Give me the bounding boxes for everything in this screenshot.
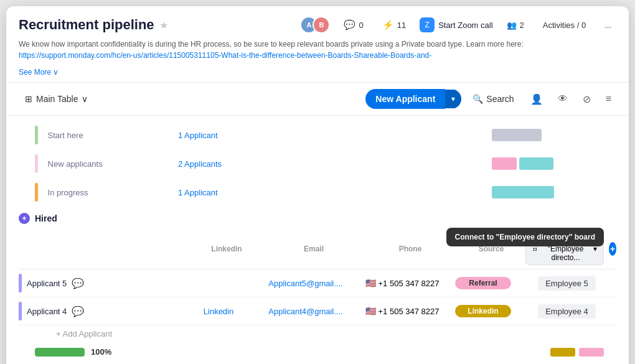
- more-button[interactable]: ...: [600, 18, 616, 32]
- flag-icon: 🇺🇸: [365, 278, 376, 288]
- applicant5-name: Applicant 5: [27, 279, 67, 288]
- col-header-email: Email: [264, 245, 364, 253]
- summary-row-in-progress: In progress 1 Applicant: [6, 179, 629, 205]
- applicant4-email: Applicant4@gmail....: [256, 307, 355, 316]
- progress-row-hired: 100%: [6, 342, 629, 362]
- table-row: Applicant 5 💬 Applicant5@gmail.... 🇺🇸 +1…: [19, 269, 616, 297]
- col-header-source: Source: [457, 245, 525, 253]
- summary-row-start-here: Start here 1 Applicant: [6, 122, 629, 148]
- summary-row-new-applicants: New applicants 2 Applicants: [6, 151, 629, 177]
- activity-icon: ⚡: [382, 19, 394, 30]
- applicant5-email: Applicant5@gmail....: [256, 279, 355, 288]
- hired-header: + Hired: [6, 208, 629, 229]
- activities-button[interactable]: Activities / 0: [538, 18, 591, 32]
- group-label-in-progress: In progress: [48, 188, 172, 197]
- group-label-new-applicants: New applicants: [48, 159, 172, 169]
- table-row: Applicant 4 💬 Linkedin Applicant4@gmail.…: [19, 297, 616, 325]
- new-applicant-main-btn[interactable]: New Applicant: [365, 89, 445, 109]
- hired-name: Hired: [35, 213, 57, 223]
- chevron-icon: ▾: [593, 245, 597, 253]
- board-description: We know how important confidentiality is…: [19, 39, 616, 61]
- table-selector[interactable]: ⊞ Main Table ∨: [19, 91, 94, 107]
- applicant4-phone: 🇺🇸 +1 505 347 8227: [355, 306, 449, 316]
- add-connect-btn[interactable]: +: [609, 242, 616, 256]
- applicant5-connect: Employee 5: [517, 276, 616, 291]
- header: Recruitment pipeline ★ A B 💬 0 ⚡ 11 Z: [6, 6, 629, 83]
- applicant4-source: Linkedin: [449, 305, 517, 317]
- hired-circle: +: [19, 213, 30, 224]
- in-progress-count[interactable]: 1 Applicant: [178, 188, 486, 197]
- add-applicant-hired[interactable]: + Add Applicant: [19, 325, 616, 342]
- persons-icon: 👥: [507, 21, 517, 30]
- applicant4-name: Applicant 4: [27, 307, 67, 316]
- col-header-phone: Phone: [364, 245, 457, 253]
- help-link[interactable]: https://support.monday.com/hc/en-us/arti…: [19, 51, 431, 60]
- main-window: Recruitment pipeline ★ A B 💬 0 ⚡ 11 Z: [6, 6, 629, 364]
- table-icon: ⊞: [25, 94, 32, 104]
- persons-button[interactable]: 👥 2: [502, 18, 529, 32]
- new-applicant-dropdown-btn[interactable]: ▾: [445, 90, 461, 108]
- group-new-applicants: New applicants 2 Applicants: [6, 151, 629, 177]
- star-icon[interactable]: ★: [159, 19, 168, 31]
- connect-header-btn[interactable]: ⠿ Connect to "Employee directo... ▾: [525, 233, 604, 265]
- applicant4-linkedin[interactable]: Linkedin: [181, 307, 256, 316]
- chat-icon[interactable]: 💬: [72, 278, 84, 289]
- applicant4-connect: Employee 4: [517, 304, 616, 319]
- col-header-linkedin: Linkedin: [189, 245, 264, 253]
- activity-button[interactable]: ⚡ 11: [377, 17, 411, 33]
- zoom-button[interactable]: Z Start Zoom call: [420, 17, 492, 32]
- filter-btn[interactable]: ⊘: [578, 90, 596, 109]
- applicant5-phone: 🇺🇸 +1 505 347 8227: [355, 278, 449, 288]
- hide-btn[interactable]: 👁: [553, 90, 573, 108]
- progress-bar: [35, 348, 85, 357]
- new-applicants-count[interactable]: 2 Applicants: [178, 159, 486, 169]
- see-more-btn[interactable]: See More ∨: [19, 68, 59, 77]
- avatar-group: A B: [300, 16, 330, 34]
- start-here-count[interactable]: 1 Applicant: [178, 131, 486, 140]
- search-button[interactable]: 🔍 Search: [466, 90, 520, 108]
- progress-label: 100%: [91, 347, 111, 357]
- flag-icon: 🇺🇸: [365, 306, 376, 316]
- page-title: Recruitment pipeline: [19, 17, 154, 33]
- search-icon: 🔍: [473, 94, 483, 104]
- toolbar: ⊞ Main Table ∨ New Applicant ▾ 🔍 Search …: [6, 83, 629, 116]
- chat-icon[interactable]: 💬: [72, 306, 84, 317]
- updates-button[interactable]: 💬 0: [339, 17, 368, 33]
- group-in-progress: In progress 1 Applicant: [6, 179, 629, 205]
- applicant5-source: Referral: [449, 277, 517, 289]
- chevron-down-icon: ∨: [82, 94, 88, 104]
- avatar: B: [313, 16, 330, 34]
- sort-btn[interactable]: ≡: [601, 90, 616, 108]
- hired-table-header: Linkedin Email Phone Source ⠿ Connect to…: [19, 229, 616, 269]
- updates-icon: 💬: [344, 19, 355, 30]
- zoom-icon: Z: [420, 17, 435, 32]
- hired-table: Linkedin Email Phone Source ⠿ Connect to…: [19, 229, 616, 342]
- group-hired: + Hired Linkedin Email Phone Source ⠿: [6, 208, 629, 362]
- col-header-connect: ⠿ Connect to "Employee directo... ▾ + Co…: [525, 233, 616, 265]
- new-applicant-btn: New Applicant ▾: [365, 89, 461, 109]
- group-label-start-here: Start here: [48, 131, 172, 140]
- group-start-here: Start here 1 Applicant: [6, 122, 629, 148]
- person-filter-btn[interactable]: 👤: [525, 90, 548, 109]
- grid-icon: ⠿: [532, 245, 538, 253]
- content-area: Start here 1 Applicant New applicants 2 …: [6, 116, 629, 364]
